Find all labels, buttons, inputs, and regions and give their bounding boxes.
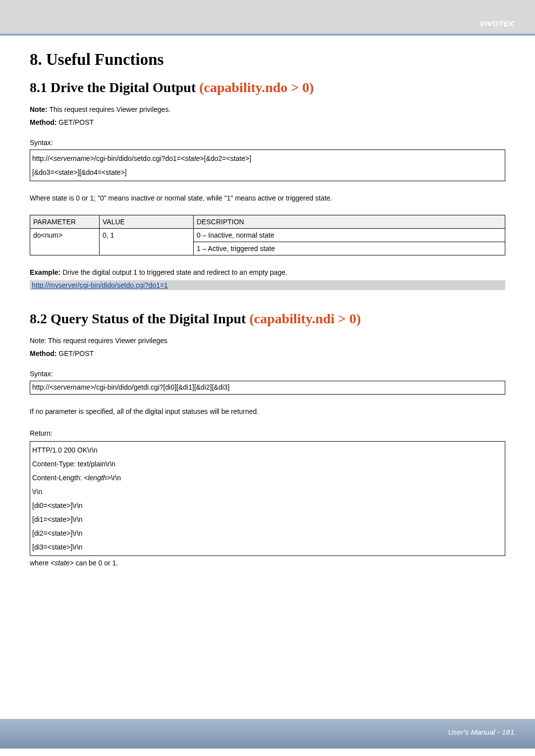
syntax-line2: [&do3=<state>][&do4=<state>]: [32, 168, 127, 176]
parameter-table: PARAMETER VALUE DESCRIPTION do<num> 0, 1…: [30, 215, 505, 255]
syntax-part: http://: [32, 154, 50, 162]
subsection-8-1-heading-text: 8.1 Drive the Digital Output: [30, 80, 199, 95]
subsection-8-2-heading: 8.2 Query Status of the Digital Input (c…: [30, 311, 505, 327]
syntax-part: [&do2=<state>]: [204, 154, 251, 162]
th-description: DESCRIPTION: [194, 215, 505, 229]
table-header-row: PARAMETER VALUE DESCRIPTION: [30, 215, 505, 229]
note-8-2: Note: This request requires Viewer privi…: [30, 336, 505, 347]
where-a: where: [30, 559, 51, 567]
example-link[interactable]: http://myserver/cgi-bin/dido/setdo.cgi?d…: [30, 280, 505, 290]
return-line: [di3=<state>]\r\n: [32, 543, 83, 551]
method-8-2: Method: GET/POST: [30, 349, 505, 359]
syntax-part: /cgi-bin/dido/setdo.cgi?do1=: [94, 154, 181, 162]
th-value: VALUE: [100, 215, 194, 229]
th-parameter: PARAMETER: [30, 215, 100, 229]
no-param-desc: If no parameter is specified, all of the…: [30, 407, 505, 415]
return-box: HTTP/1.0 200 OK\r\n Content-Type: text/p…: [30, 441, 505, 556]
return-line: [di1=<state>]\r\n: [32, 515, 83, 523]
example-text: Drive the digital output 1 to triggered …: [60, 268, 287, 276]
syntax-label-8-2: Syntax:: [30, 370, 505, 378]
td-value: 0, 1: [100, 229, 194, 255]
return-line: [di2=<state>]\r\n: [32, 529, 83, 537]
return-length: <length>: [84, 474, 111, 482]
syntax-box-8-2: http://<servername>/cgi-bin/dido/getdi.c…: [30, 381, 505, 395]
return-line: Content-Type: text/plain\r\n: [32, 460, 115, 468]
td-desc-1: 1 – Active, triggered state: [194, 242, 505, 255]
where-state: <state>: [51, 559, 74, 567]
note-label: Note:: [30, 105, 48, 113]
return-line: \r\n: [32, 488, 42, 496]
return-line: HTTP/1.0 200 OK\r\n: [32, 446, 98, 454]
footer-bar: User's Manual - 181: [0, 719, 535, 749]
method-8-1: Method: GET/POST: [30, 117, 505, 128]
syntax-box-8-1: http://<servername>/cgi-bin/dido/setdo.c…: [30, 150, 505, 181]
example-8-1: Example: Drive the digital output 1 to t…: [30, 267, 505, 278]
where-c: can be 0 or 1.: [74, 559, 118, 567]
syntax-servername: <servername>: [50, 154, 94, 162]
header-bar: VIVOTEK: [0, 0, 535, 36]
syntax-part: http://: [32, 383, 50, 391]
method-text: GET/POST: [56, 118, 94, 126]
method-label: Method:: [30, 350, 56, 357]
subsection-8-2-heading-text: 8.2 Query Status of the Digital Input: [30, 311, 249, 326]
method-text: GET/POST: [56, 350, 94, 357]
subsection-8-1-heading: 8.1 Drive the Digital Output (capability…: [30, 80, 505, 96]
td-param: do<num>: [30, 229, 100, 255]
table-row: do<num> 0, 1 0 – Inactive, normal state: [30, 229, 505, 242]
state-description: Where state is 0 or 1; "0" means inactiv…: [30, 194, 505, 202]
syntax-servername: <servername>: [50, 383, 94, 391]
return-line: \r\n: [111, 474, 121, 482]
example-label: Example:: [30, 268, 60, 276]
note-8-1: Note: This request requires Viewer privi…: [30, 104, 505, 115]
subsection-8-2-capability: (capability.ndi > 0): [249, 311, 361, 326]
where-note: where <state> can be 0 or 1.: [30, 558, 505, 569]
page-content: 8. Useful Functions 8.1 Drive the Digita…: [0, 36, 535, 719]
page-number: User's Manual - 181: [448, 728, 514, 736]
syntax-label-8-1: Syntax:: [30, 139, 505, 147]
syntax-state: <state>: [181, 154, 204, 162]
td-desc-0: 0 – Inactive, normal state: [194, 229, 505, 242]
return-label: Return:: [30, 428, 505, 439]
brand-label: VIVOTEK: [480, 19, 514, 28]
syntax-part: /cgi-bin/dido/getdi.cgi?[di0][&di1][&di2…: [94, 383, 229, 391]
return-line: [di0=<state>]\r\n: [32, 502, 83, 509]
subsection-8-1-capability: (capability.ndo > 0): [199, 80, 314, 95]
section-title: 8. Useful Functions: [30, 50, 505, 69]
note-text: This request requires Viewer privileges.: [48, 105, 171, 113]
method-label: Method:: [30, 118, 56, 126]
return-line: Content-Length:: [32, 474, 84, 482]
